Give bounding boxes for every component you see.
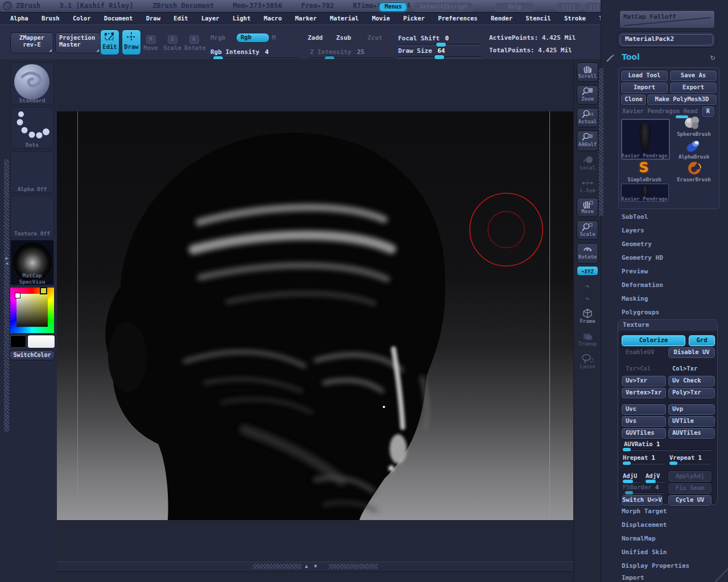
menu-marker[interactable]: Marker: [295, 15, 317, 22]
r-button[interactable]: R: [702, 106, 714, 117]
switch-color-button[interactable]: SwitchColor: [9, 350, 55, 360]
spherebrush-thumbnail[interactable]: [682, 115, 702, 130]
hue-selector[interactable]: [40, 287, 47, 294]
save-as-button[interactable]: Save As: [670, 70, 717, 81]
current-stroke-thumbnail[interactable]: Dots: [10, 107, 54, 149]
lsym-button[interactable]: L.Sym: [577, 177, 598, 197]
left-tray-arrows-icon[interactable]: ▶◀: [3, 256, 10, 266]
menu-stencil[interactable]: Stencil: [526, 15, 551, 22]
active-tool-name[interactable]: Xavier Pendragon Head: [622, 107, 697, 114]
mrgb-toggle[interactable]: Mrgb: [210, 34, 226, 41]
auvtiles-button[interactable]: AUVTiles: [668, 428, 715, 439]
tool-reset-icon[interactable]: ↻: [710, 52, 715, 61]
zsub-toggle[interactable]: Zsub: [336, 34, 351, 41]
frame-button[interactable]: Frame: [577, 307, 598, 327]
export-button[interactable]: Export: [670, 82, 717, 93]
actual-button[interactable]: x1 Actual: [577, 108, 598, 127]
guvtiles-button[interactable]: GUVTiles: [622, 428, 666, 439]
resize-corner[interactable]: [714, 567, 728, 582]
material-pack-button[interactable]: MaterialPack2: [617, 32, 716, 48]
hrepeat-slider[interactable]: Hrepeat 1: [623, 454, 655, 461]
section-displacement[interactable]: Displacement: [622, 521, 667, 529]
zoom-button[interactable]: Zoom: [577, 85, 598, 105]
menu-preferences[interactable]: Preferences: [438, 15, 478, 22]
scroll-button[interactable]: Scroll: [577, 63, 598, 82]
colorize-button[interactable]: Colorize: [622, 335, 685, 346]
tray-grip-up-icon[interactable]: ▲: [305, 562, 308, 570]
grd-button[interactable]: Grd: [689, 335, 715, 346]
uv-check-button[interactable]: Uv Check: [668, 376, 715, 386]
move-mode-button[interactable]: MMove: [141, 35, 160, 51]
matcap-falloff-widget[interactable]: MatCap Falloff: [619, 10, 715, 28]
main-color-swatch[interactable]: [27, 335, 55, 348]
menu-alpha[interactable]: Alpha: [10, 15, 28, 22]
rgb-toggle[interactable]: Rgb: [236, 33, 270, 43]
menu-edit[interactable]: Edit: [173, 15, 188, 22]
section-polygroups[interactable]: Polygroups: [622, 309, 659, 316]
m-toggle[interactable]: M: [272, 34, 276, 41]
section-preview[interactable]: Preview: [622, 268, 648, 275]
z-intensity-slider[interactable]: Z Intensity 25: [310, 45, 395, 60]
fix-seam-button[interactable]: Fix Seam: [668, 483, 712, 494]
projection-master-button[interactable]: ProjectionMaster ◢: [55, 32, 101, 53]
scale-3d-button[interactable]: Scale: [577, 221, 598, 240]
section-masking[interactable]: Masking: [622, 295, 648, 302]
col-txr-button[interactable]: Col>Txr: [668, 364, 718, 375]
move-3d-button[interactable]: Move: [577, 198, 598, 217]
make-polymesh3d-button[interactable]: Make PolyMesh3D: [647, 94, 717, 105]
uvtile-button[interactable]: UVTile: [668, 416, 715, 427]
current-texture-thumbnail[interactable]: Texture Off: [10, 196, 54, 238]
section-display-properties[interactable]: Display Properties: [622, 562, 689, 569]
section-subtool[interactable]: SubTool: [622, 213, 648, 221]
menu-brush[interactable]: Brush: [42, 15, 60, 22]
uvs-button[interactable]: Uvs: [622, 416, 666, 427]
spin-z-icon[interactable]: ↷: [577, 293, 598, 305]
document-area[interactable]: [57, 111, 573, 520]
left-tray-divider-2[interactable]: [4, 278, 9, 432]
bottom-tray-divider[interactable]: ▲ ▼: [57, 562, 573, 572]
apply-adj-button[interactable]: ApplyAdj: [668, 471, 712, 482]
menu-movie[interactable]: Movie: [372, 15, 390, 22]
current-material-thumbnail[interactable]: MatCap SpecVisu: [10, 240, 54, 285]
disable-uv-button[interactable]: Disable UV: [668, 347, 715, 358]
menu-stroke[interactable]: Stroke: [564, 15, 586, 22]
current-alpha-thumbnail[interactable]: Alpha Off: [10, 151, 54, 193]
cycle-uv-button[interactable]: Cycle UV: [668, 495, 712, 506]
menu-light[interactable]: Light: [233, 15, 251, 22]
eraserbrush-thumbnail[interactable]: [685, 161, 705, 176]
color-picker[interactable]: [10, 288, 54, 333]
draw-size-slider[interactable]: Draw Size 64: [398, 44, 481, 59]
auv-ratio-slider[interactable]: AUVRatio 1: [624, 440, 660, 447]
tray-grip-down-icon[interactable]: ▼: [314, 562, 317, 570]
uvp-button[interactable]: Uvp: [668, 404, 715, 415]
menu-layer[interactable]: Layer: [201, 15, 220, 22]
clone-button[interactable]: Clone: [621, 94, 646, 105]
edit-mode-button[interactable]: Edit: [100, 30, 119, 55]
section-morph-target[interactable]: Morph Target: [622, 508, 667, 515]
scale-mode-button[interactable]: SScale: [163, 35, 182, 51]
vrepeat-slider[interactable]: Vrepeat 1: [669, 454, 702, 461]
load-tool-button[interactable]: Load Tool: [621, 70, 668, 81]
zmapper-button[interactable]: ZMapperrev-E ◢: [10, 32, 53, 53]
poly-txr-button[interactable]: Poly>Txr: [668, 388, 715, 398]
spin-y-icon[interactable]: ↷: [577, 281, 598, 292]
section-geometry-hd[interactable]: Geometry HD: [622, 254, 663, 261]
fsborder-slider[interactable]: FSBorder 4: [623, 484, 659, 490]
lasso-button[interactable]: Lasso: [577, 352, 598, 373]
canvas-viewport[interactable]: ▲ ▼: [57, 59, 573, 582]
uvc-button[interactable]: Uvc: [622, 404, 666, 415]
adju-slider[interactable]: AdjU: [623, 472, 637, 479]
menu-draw[interactable]: Draw: [146, 15, 160, 22]
section-unified-skin[interactable]: Unified Skin: [622, 548, 667, 556]
tool-palette-header[interactable]: Tool: [622, 52, 640, 61]
section-import[interactable]: Import: [622, 574, 644, 581]
import-button[interactable]: Import: [621, 82, 668, 93]
menu-macro[interactable]: Macro: [264, 15, 282, 22]
txr-col-button[interactable]: Txr>Col: [622, 364, 669, 375]
current-brush-thumbnail[interactable]: Standard: [10, 63, 54, 105]
section-deformation[interactable]: Deformation: [622, 281, 663, 289]
zadd-toggle[interactable]: Zadd: [308, 34, 323, 41]
texture-panel-header[interactable]: Texture: [618, 320, 717, 331]
section-normalmap[interactable]: NormalMap: [622, 535, 656, 542]
menus-button[interactable]: Menus: [379, 2, 407, 12]
